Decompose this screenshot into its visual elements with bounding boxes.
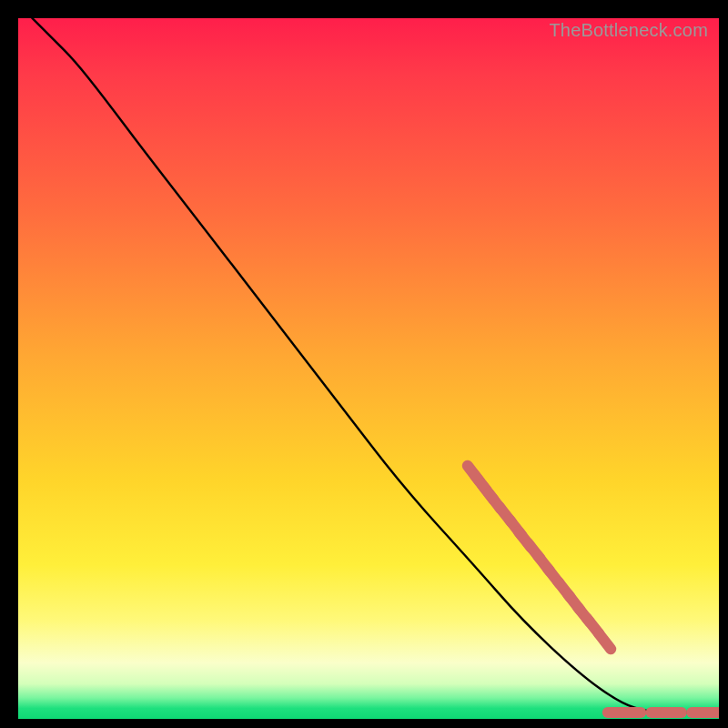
gradient-background (18, 18, 719, 719)
chart-stage: TheBottleneck.com (0, 0, 728, 728)
plot-area: TheBottleneck.com (18, 18, 719, 719)
watermark-text: TheBottleneck.com (549, 20, 708, 41)
